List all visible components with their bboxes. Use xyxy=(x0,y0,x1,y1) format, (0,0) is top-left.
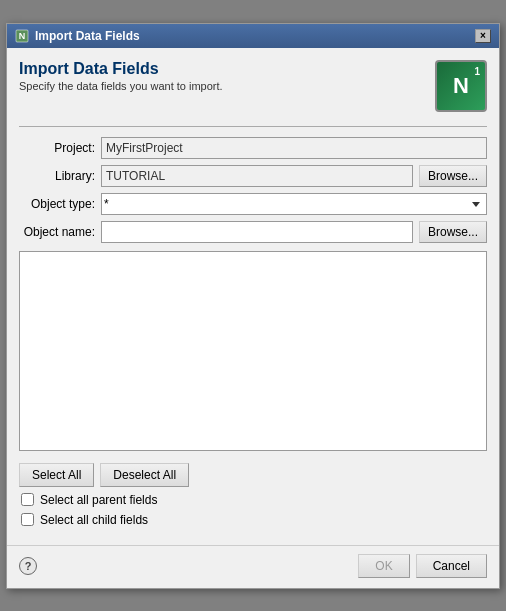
library-input xyxy=(101,165,413,187)
dialog-title: Import Data Fields xyxy=(19,60,435,78)
select-buttons-row: Select All Deselect All xyxy=(19,463,487,487)
library-browse-button[interactable]: Browse... xyxy=(419,165,487,187)
footer: ? OK Cancel xyxy=(7,545,499,588)
logo-superscript: 1 xyxy=(474,66,480,77)
select-all-child-checkbox[interactable] xyxy=(21,513,34,526)
select-all-button[interactable]: Select All xyxy=(19,463,94,487)
select-all-parent-label[interactable]: Select all parent fields xyxy=(40,493,157,507)
object-name-input[interactable] xyxy=(101,221,413,243)
project-label: Project: xyxy=(19,141,95,155)
object-name-label: Object name: xyxy=(19,225,95,239)
divider xyxy=(19,126,487,127)
deselect-all-button[interactable]: Deselect All xyxy=(100,463,189,487)
object-type-select[interactable]: * xyxy=(101,193,487,215)
object-type-row: Object type: * xyxy=(19,193,487,215)
dialog-icon: N xyxy=(15,29,29,43)
object-name-row: Object name: Browse... xyxy=(19,221,487,243)
close-button[interactable]: × xyxy=(475,29,491,43)
svg-text:N: N xyxy=(19,31,26,41)
header-text: Import Data Fields Specify the data fiel… xyxy=(19,60,435,92)
object-type-label: Object type: xyxy=(19,197,95,211)
header-section: Import Data Fields Specify the data fiel… xyxy=(19,60,487,112)
logo-text: N xyxy=(453,73,469,99)
footer-buttons: OK Cancel xyxy=(358,554,487,578)
library-label: Library: xyxy=(19,169,95,183)
bottom-section: Select All Deselect All Select all paren… xyxy=(19,459,487,535)
dialog-content: Import Data Fields Specify the data fiel… xyxy=(7,48,499,543)
project-input xyxy=(101,137,487,159)
object-name-browse-button[interactable]: Browse... xyxy=(419,221,487,243)
form-section: Project: Library: Browse... Object type:… xyxy=(19,137,487,243)
help-button[interactable]: ? xyxy=(19,557,37,575)
import-data-fields-dialog: N Import Data Fields × Import Data Field… xyxy=(6,23,500,589)
select-child-row: Select all child fields xyxy=(21,513,487,527)
title-bar-left: N Import Data Fields xyxy=(15,29,140,43)
select-all-parent-checkbox[interactable] xyxy=(21,493,34,506)
title-bar: N Import Data Fields × xyxy=(7,24,499,48)
select-parent-row: Select all parent fields xyxy=(21,493,487,507)
ok-button[interactable]: OK xyxy=(358,554,409,578)
app-logo: N 1 xyxy=(435,60,487,112)
select-all-child-label[interactable]: Select all child fields xyxy=(40,513,148,527)
dialog-subtitle: Specify the data fields you want to impo… xyxy=(19,80,435,92)
project-row: Project: xyxy=(19,137,487,159)
title-bar-label: Import Data Fields xyxy=(35,29,140,43)
library-row: Library: Browse... xyxy=(19,165,487,187)
fields-list[interactable] xyxy=(19,251,487,451)
cancel-button[interactable]: Cancel xyxy=(416,554,487,578)
